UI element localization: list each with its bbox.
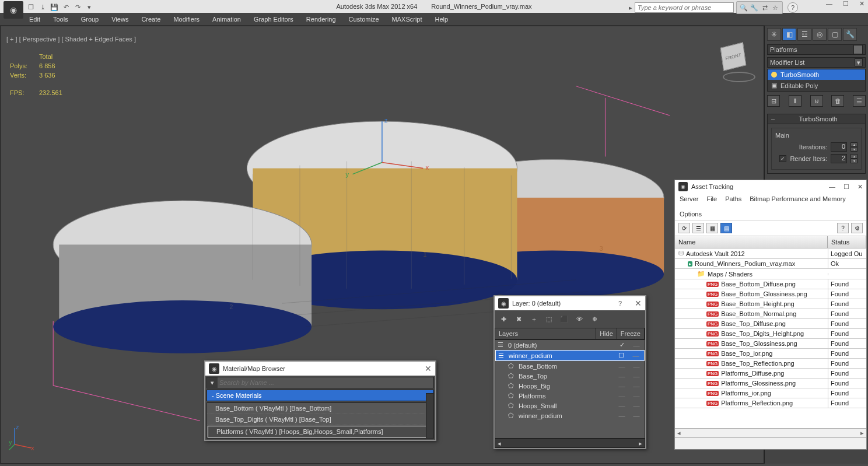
asset-row[interactable]: ▸Round_Winners_Podium_vray.maxOk bbox=[675, 259, 866, 269]
qat-undo-icon[interactable]: ↶ bbox=[61, 2, 71, 12]
key-icon[interactable]: 🔧 bbox=[750, 3, 759, 12]
modifier-list-dropdown[interactable]: Modifier List ▾ bbox=[767, 57, 866, 68]
add-to-layer-icon[interactable]: ＋ bbox=[528, 314, 539, 324]
layer-row[interactable]: ⬠Hoops_Small—— bbox=[495, 401, 645, 411]
material-scrollbar[interactable] bbox=[426, 393, 434, 439]
chevron-down-icon[interactable]: ▾ bbox=[855, 58, 863, 66]
render-iters-spinner[interactable]: 2 bbox=[831, 154, 847, 163]
viewcube-face[interactable]: FRONT bbox=[720, 42, 747, 71]
layer-hscroll[interactable]: ◂▸ bbox=[495, 439, 645, 448]
layer-list[interactable]: ☰0 (default)✓—☰winner_podium☐—⬠Base_Bott… bbox=[495, 339, 645, 439]
freeze-icon[interactable]: ❄ bbox=[589, 314, 600, 324]
tab-modify-icon[interactable]: ◧ bbox=[782, 28, 796, 41]
asset-row[interactable]: PNGBase_Bottom_Normal.pngFound bbox=[675, 309, 866, 319]
tab-hierarchy-icon[interactable]: ☲ bbox=[797, 28, 811, 41]
table-view-icon[interactable]: ▤ bbox=[720, 223, 732, 233]
layer-row[interactable]: ⬠winner_podium—— bbox=[495, 411, 645, 421]
menu-create[interactable]: Create bbox=[141, 16, 160, 23]
tab-utilities-icon[interactable]: 🔧 bbox=[843, 28, 857, 41]
asset-menu-paths[interactable]: Paths bbox=[725, 195, 741, 202]
asset-row[interactable]: PNGBase_Bottom_Glossiness.pngFound bbox=[675, 289, 866, 299]
modifier-stack[interactable]: TurboSmooth▣Editable Poly bbox=[767, 69, 866, 92]
tab-motion-icon[interactable]: ◎ bbox=[813, 28, 827, 41]
menu-animation[interactable]: Animation bbox=[212, 16, 241, 23]
asset-row[interactable]: 📁Maps / Shaders bbox=[675, 269, 866, 279]
qat-more-icon[interactable]: ▾ bbox=[84, 2, 94, 12]
asset-row[interactable]: PNGBase_Top_Digits_Height.pngFound bbox=[675, 329, 866, 339]
layer-row[interactable]: ☰winner_podium☐— bbox=[495, 350, 645, 361]
asset-row[interactable]: PNGBase_Top_Glossiness.pngFound bbox=[675, 339, 866, 349]
viewport-label[interactable]: [ + ] [ Perspective ] [ Shaded + Edged F… bbox=[6, 36, 136, 43]
new-layer-icon[interactable]: ✚ bbox=[498, 314, 509, 324]
asset-row[interactable]: PNGPlatforms_Reflection.pngFound bbox=[675, 398, 866, 408]
layer-titlebar[interactable]: ◉ Layer: 0 (default) ? ✕ bbox=[495, 296, 645, 310]
qat-open-icon[interactable]: ⤓ bbox=[37, 2, 48, 12]
material-item[interactable]: Base_Bottom ( VRayMtl ) [Base_Bottom] bbox=[207, 403, 433, 414]
close-icon[interactable]: ✕ bbox=[425, 364, 432, 373]
hide-unhide-icon[interactable]: 👁 bbox=[574, 314, 584, 324]
spinner-up-icon[interactable]: ▴ bbox=[850, 142, 858, 147]
asset-row[interactable]: PNGPlatforms_Diffuse.pngFound bbox=[675, 369, 866, 379]
help-icon[interactable]: ? bbox=[618, 300, 622, 307]
asset-row[interactable]: PNGBase_Top_ior.pngFound bbox=[675, 349, 866, 359]
menu-group[interactable]: Group bbox=[81, 16, 99, 23]
pin-stack-icon[interactable]: ⊟ bbox=[767, 95, 780, 107]
menu-maxscript[interactable]: MAXScript bbox=[392, 16, 422, 23]
asset-menu-bitmap[interactable]: Bitmap Performance and Memory bbox=[750, 195, 845, 202]
asset-tracking-window[interactable]: ◉ Asset Tracking — ☐ ✕ ServerFilePathsBi… bbox=[674, 180, 867, 450]
window-minimize-button[interactable]: — bbox=[826, 0, 832, 8]
star-icon[interactable]: ☆ bbox=[771, 3, 780, 12]
layer-row[interactable]: ☰0 (default)✓— bbox=[495, 340, 645, 350]
tab-display-icon[interactable]: ▢ bbox=[828, 28, 842, 41]
asset-row[interactable]: PNGBase_Top_Diffuse.pngFound bbox=[675, 319, 866, 329]
rollout-turbosmooth-header[interactable]: –TurboSmooth bbox=[767, 114, 866, 124]
show-end-result-icon[interactable]: Ⅱ bbox=[789, 95, 802, 107]
layer-window[interactable]: ◉ Layer: 0 (default) ? ✕ ✚ ✖ ＋ ⬚ ⬛ 👁 ❄ L… bbox=[494, 295, 646, 449]
material-browser-titlebar[interactable]: ◉ Material/Map Browser ✕ bbox=[205, 362, 435, 376]
menu-graph-editors[interactable]: Graph Editors bbox=[254, 16, 293, 23]
search-input[interactable] bbox=[635, 2, 734, 13]
menu-tools[interactable]: Tools bbox=[53, 16, 68, 23]
options-arrow-icon[interactable]: ▾ bbox=[207, 379, 218, 387]
app-menu-icon[interactable]: ◉ bbox=[4, 1, 23, 19]
menu-views[interactable]: Views bbox=[111, 16, 128, 23]
list-view-icon[interactable]: ☰ bbox=[692, 223, 704, 233]
help-icon[interactable]: ? bbox=[788, 2, 798, 13]
material-list[interactable]: Base_Bottom ( VRayMtl ) [Base_Bottom]Bas… bbox=[206, 402, 434, 439]
asset-menu-server[interactable]: Server bbox=[680, 195, 698, 202]
spinner-down-icon[interactable]: ▾ bbox=[850, 159, 858, 163]
object-color-swatch[interactable] bbox=[853, 45, 863, 54]
window-maximize-button[interactable]: ☐ bbox=[844, 183, 849, 191]
material-item[interactable]: Base_Top_Digits ( VRayMtl ) [Base_Top] bbox=[207, 414, 433, 425]
menu-modifiers[interactable]: Modifiers bbox=[173, 16, 200, 23]
menu-customize[interactable]: Customize bbox=[349, 16, 379, 23]
select-objects-icon[interactable]: ⬚ bbox=[544, 314, 554, 324]
spinner-down-icon[interactable]: ▾ bbox=[850, 147, 858, 152]
modifier-editable-poly[interactable]: ▣Editable Poly bbox=[768, 80, 865, 91]
infocenter-arrow-icon[interactable]: ▸ bbox=[629, 4, 632, 12]
asset-menu-options[interactable]: Options bbox=[680, 211, 702, 218]
delete-layer-icon[interactable]: ✖ bbox=[513, 314, 524, 324]
layer-row[interactable]: ⬠Base_Bottom—— bbox=[495, 361, 645, 371]
options-icon[interactable]: ⚙ bbox=[851, 223, 863, 233]
material-item[interactable]: Platforms ( VRayMtl ) [Hoops_Big,Hoops_S… bbox=[208, 426, 433, 437]
render-iters-checkbox[interactable]: ✓ bbox=[779, 155, 786, 162]
menu-rendering[interactable]: Rendering bbox=[306, 16, 336, 23]
select-layers-icon[interactable]: ⬛ bbox=[559, 314, 569, 324]
window-close-button[interactable]: ✕ bbox=[859, 0, 864, 8]
asset-row[interactable]: PNGBase_Top_Reflection.pngFound bbox=[675, 359, 866, 369]
help-icon[interactable]: ? bbox=[837, 223, 849, 233]
object-name-field[interactable]: Platforms bbox=[767, 44, 866, 55]
qat-new-icon[interactable]: ❐ bbox=[26, 2, 36, 12]
configure-sets-icon[interactable]: ☰ bbox=[853, 95, 866, 107]
material-map-browser-window[interactable]: ◉ Material/Map Browser ✕ ▾ - Scene Mater… bbox=[204, 360, 436, 441]
modifier-turbosmooth[interactable]: TurboSmooth bbox=[768, 69, 865, 80]
menu-help[interactable]: Help bbox=[435, 16, 449, 23]
asset-row[interactable]: PNGPlatforms_Glossiness.pngFound bbox=[675, 379, 866, 388]
tab-create-icon[interactable]: ✳ bbox=[767, 28, 781, 41]
scene-materials-group[interactable]: - Scene Materials bbox=[206, 390, 434, 401]
asset-menu-file[interactable]: File bbox=[706, 195, 717, 202]
menu-edit[interactable]: Edit bbox=[29, 16, 40, 23]
make-unique-icon[interactable]: ⊍ bbox=[810, 95, 823, 107]
spinner-up-icon[interactable]: ▴ bbox=[850, 154, 858, 159]
